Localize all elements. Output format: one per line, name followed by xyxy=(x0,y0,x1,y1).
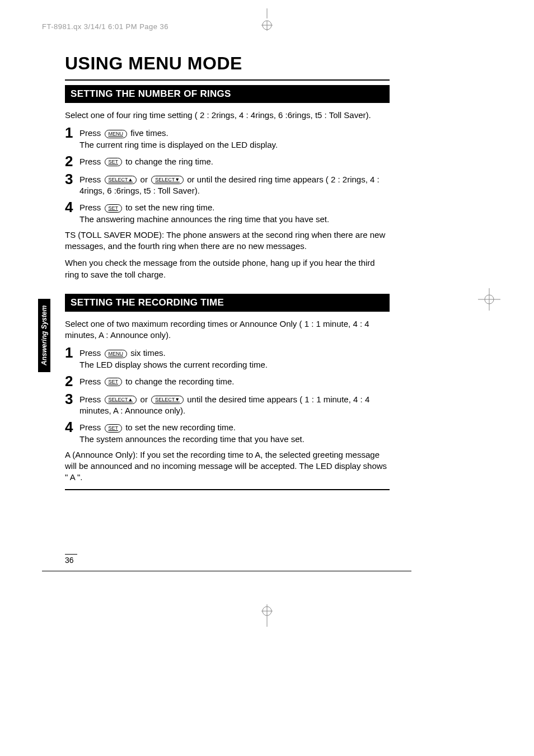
step-number: 2 xyxy=(65,154,79,168)
set-key-icon: SET xyxy=(105,424,123,433)
set-key-icon: SET xyxy=(105,204,123,213)
step-body: Press MENU six times. The LED display sh… xyxy=(79,346,268,370)
step-body: Press SELECT▲ or SELECT▼ until the desir… xyxy=(79,393,390,417)
print-header: FT-8981.qx 3/14/1 6:01 PM Page 36 xyxy=(42,22,168,31)
step-row: 4 Press SET to set the new recording tim… xyxy=(65,421,390,445)
bottom-divider xyxy=(65,489,390,490)
step-body: Press SELECT▲ or SELECT▼ or until the de… xyxy=(79,173,390,197)
step-row: 1 Press MENU six times. The LED display … xyxy=(65,346,390,370)
footer-rule xyxy=(42,571,411,571)
select-down-key-icon: SELECT▼ xyxy=(151,396,184,404)
step-row: 4 Press SET to set the new ring time. Th… xyxy=(65,201,390,225)
step-body: Press SET to change the recording time. xyxy=(79,375,234,387)
set-key-icon: SET xyxy=(105,378,123,386)
select-up-key-icon: SELECT▲ xyxy=(105,176,137,184)
step-number: 3 xyxy=(65,392,79,406)
select-down-key-icon: SELECT▼ xyxy=(151,176,184,184)
step-number: 3 xyxy=(65,172,79,186)
step-number: 4 xyxy=(65,200,79,214)
step-row: 2 Press SET to change the ring time. xyxy=(65,155,390,168)
toll-saver-note: TS (TOLL SAVER MODE): The phone answers … xyxy=(65,229,390,252)
select-up-key-icon: SELECT▲ xyxy=(105,396,137,404)
crop-mark-top xyxy=(256,8,278,33)
section1-intro: Select one of four ring time setting ( 2… xyxy=(65,110,390,121)
step-body: Press SET to set the new recording time.… xyxy=(79,421,305,445)
section-heading-recording: SETTING THE RECORDING TIME xyxy=(65,294,390,312)
toll-saver-note2: When you check the message from the outs… xyxy=(65,257,390,280)
step-number: 2 xyxy=(65,374,79,388)
menu-key-icon: MENU xyxy=(105,130,128,138)
crop-mark-bottom xyxy=(256,604,278,629)
announce-only-note: A (Announce Only): If you set the record… xyxy=(65,449,390,483)
step-row: 3 Press SELECT▲ or SELECT▼ or until the … xyxy=(65,173,390,197)
menu-key-icon: MENU xyxy=(105,350,128,358)
step-number: 1 xyxy=(65,345,79,360)
step-number: 4 xyxy=(65,420,79,434)
step-body: Press SET to change the ring time. xyxy=(79,155,213,167)
page-title: USING MENU MODE xyxy=(65,53,390,74)
crop-mark-right xyxy=(478,288,500,313)
step-row: 1 Press MENU five times. The current rin… xyxy=(65,126,390,151)
section2-intro: Select one of two maximum recording time… xyxy=(65,318,390,341)
step-body: Press SET to set the new ring time. The … xyxy=(79,201,329,225)
section-heading-rings: SETTING THE NUMBER OF RINGS xyxy=(65,85,390,103)
page-number: 36 xyxy=(65,554,77,565)
step-row: 3 Press SELECT▲ or SELECT▼ until the des… xyxy=(65,393,390,417)
step-body: Press MENU five times. The current ring … xyxy=(79,126,278,151)
title-divider xyxy=(65,79,390,81)
set-key-icon: SET xyxy=(105,158,123,166)
step-number: 1 xyxy=(65,125,79,140)
section-tab: Answering System xyxy=(38,299,50,372)
step-row: 2 Press SET to change the recording time… xyxy=(65,375,390,388)
